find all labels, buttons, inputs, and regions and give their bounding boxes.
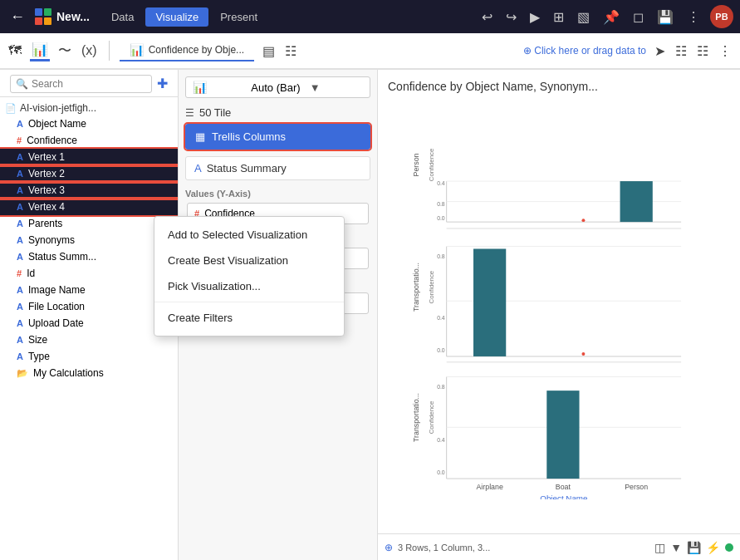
field-file-location[interactable]: A File Location — [0, 298, 178, 315]
field-vertex1[interactable]: A Vertex 1 — [0, 149, 178, 165]
grid-layout-icon[interactable]: ▤ — [261, 42, 277, 61]
expand-button[interactable]: ◻ — [630, 7, 647, 27]
field-parents[interactable]: A Parents — [0, 215, 178, 232]
back-button[interactable]: ← — [7, 8, 28, 26]
save-status-icon[interactable]: 💾 — [687, 541, 701, 554]
svg-rect-3 — [44, 17, 51, 25]
viz-tab[interactable]: 📊 Confidence by Obje... — [120, 40, 254, 61]
flash-icon[interactable]: ⚡ — [706, 541, 720, 554]
status-bar: ⊕ 3 Rows, 1 Column, 3... ◫ ▼ 💾 ⚡ — [378, 533, 740, 560]
line-icon[interactable]: 〜 — [56, 41, 73, 61]
data-source-header[interactable]: 📄 AI-vision-jetfigh... — [0, 101, 178, 115]
tile-section: ☰ 50 Tile — [185, 106, 370, 119]
play-button[interactable]: ▶ — [527, 7, 543, 27]
trellis-columns-section[interactable]: ▦ Trellis Columns — [185, 124, 370, 150]
chevron-down-status[interactable]: ▼ — [670, 541, 682, 554]
field-vertex3[interactable]: A Vertex 3 — [0, 182, 178, 199]
status-bar-actions: ◫ ▼ 💾 ⚡ — [654, 541, 733, 554]
top-toolbar: ← New... Data Visualize Present ↩ ↪ ▶ ⊞ … — [0, 0, 740, 33]
undo-button[interactable]: ↩ — [478, 7, 496, 27]
field-size[interactable]: A Size — [0, 332, 178, 348]
field-id[interactable]: # Id — [0, 265, 178, 282]
chart-icon[interactable]: 📊 — [30, 40, 50, 61]
context-add-to-viz[interactable]: Add to Selected Visualization — [154, 222, 344, 248]
more-button[interactable]: ⋮ — [684, 7, 703, 27]
field-label: Upload Date — [28, 317, 84, 329]
db-icon[interactable]: 🗺 — [7, 42, 23, 60]
field-confidence[interactable]: # Confidence — [0, 132, 178, 149]
field-vertex4[interactable]: A Vertex 4 — [0, 199, 178, 215]
filter-icon[interactable]: ☷ — [283, 42, 298, 61]
search-input[interactable] — [32, 78, 146, 90]
right-panel: Confidence by Object Name, Synonym... Pe… — [378, 70, 740, 560]
tile-label: 50 Tile — [199, 106, 231, 119]
field-status-summary[interactable]: A Status Summ... — [0, 248, 178, 265]
grid-button[interactable]: ⊞ — [550, 7, 567, 27]
field-type[interactable]: A Type — [0, 348, 178, 365]
context-menu-divider — [154, 302, 344, 302]
field-type-icon: # — [17, 268, 22, 278]
tile-icon: ☰ — [185, 107, 194, 119]
divider-1 — [109, 41, 110, 61]
user-avatar[interactable]: PB — [710, 5, 733, 28]
x-label-airplane: Airplane — [476, 483, 502, 491]
chart-title: Confidence by Object Name, Synonym... — [388, 80, 730, 93]
bar-chart-icon: 📊 — [193, 81, 246, 94]
field-type-icon: A — [17, 185, 23, 195]
filter2-icon[interactable]: ☷ — [674, 42, 689, 61]
field-label: Object Name — [28, 118, 86, 130]
redo-button[interactable]: ↪ — [502, 7, 520, 27]
grid-status-icon[interactable]: ◫ — [654, 541, 665, 554]
data-source-label: AI-vision-jetfigh... — [20, 102, 96, 114]
field-label: My Calculations — [33, 367, 104, 379]
A-icon: A — [194, 162, 202, 174]
field-image-name[interactable]: A Image Name — [0, 282, 178, 298]
field-object-name[interactable]: A Object Name — [0, 115, 178, 132]
x-axis-title: Object Name — [540, 494, 588, 499]
field-label: Vertex 4 — [28, 201, 65, 213]
nav-visualize[interactable]: Visualize — [145, 7, 208, 27]
search-bar: 🔍 — [10, 75, 152, 93]
field-vertex2[interactable]: A Vertex 2 — [0, 165, 178, 182]
nav-data[interactable]: Data — [101, 7, 144, 27]
chart-svg: Person Confidence 0.8 0.4 0.0 — [388, 100, 730, 499]
svg-text:0.8: 0.8 — [437, 201, 445, 207]
chevron-right-icon[interactable]: ➤ — [653, 42, 667, 61]
field-type-icon: A — [17, 351, 23, 361]
field-label: Size — [28, 334, 47, 346]
layout-button[interactable]: ▧ — [574, 7, 593, 27]
series3-label: Transportatio... — [412, 393, 420, 442]
bar-row3-boat — [546, 391, 579, 479]
svg-rect-2 — [35, 17, 42, 25]
field-upload-date[interactable]: A Upload Date — [0, 315, 178, 332]
svg-rect-0 — [35, 8, 42, 16]
pin-button[interactable]: 📌 — [600, 7, 623, 27]
field-type-icon: A — [17, 202, 23, 212]
svg-text:0.0: 0.0 — [437, 215, 445, 221]
field-type-icon: A — [17, 285, 23, 295]
field-my-calculations[interactable]: 📂 My Calculations — [0, 365, 178, 381]
add-field-button[interactable]: ✚ — [157, 76, 168, 91]
context-menu: Add to Selected Visualization Create Bes… — [154, 216, 345, 336]
formula-icon[interactable]: (x) — [80, 42, 99, 60]
settings-icon[interactable]: ☷ — [695, 42, 710, 61]
context-pick-viz[interactable]: Pick Visualization... — [154, 273, 344, 299]
save-button[interactable]: 💾 — [654, 7, 677, 27]
context-create-best-viz[interactable]: Create Best Visualization — [154, 248, 344, 273]
add-data-btn[interactable]: ⊕ Click here or drag data to — [523, 45, 646, 56]
connection-status-dot — [725, 543, 733, 552]
viz-type-selector[interactable]: 📊 Auto (Bar) ▼ — [185, 76, 370, 98]
context-create-filters[interactable]: Create Filters — [154, 305, 344, 331]
svg-text:0.8: 0.8 — [437, 253, 445, 259]
svg-text:0.8: 0.8 — [437, 384, 445, 390]
field-synonyms[interactable]: A Synonyms — [0, 232, 178, 248]
field-label: Id — [27, 268, 35, 279]
values-y-label: Values (Y-Axis) — [185, 189, 370, 199]
nav-present[interactable]: Present — [210, 7, 267, 27]
field-label: Vertex 1 — [28, 151, 65, 163]
more2-icon[interactable]: ⋮ — [717, 42, 733, 61]
status-summary-section[interactable]: A Status Summary — [185, 156, 370, 180]
svg-rect-1 — [44, 8, 51, 16]
chart-area: Confidence by Object Name, Synonym... Pe… — [378, 70, 740, 533]
viz-tab-label: Confidence by Obje... — [149, 44, 244, 56]
